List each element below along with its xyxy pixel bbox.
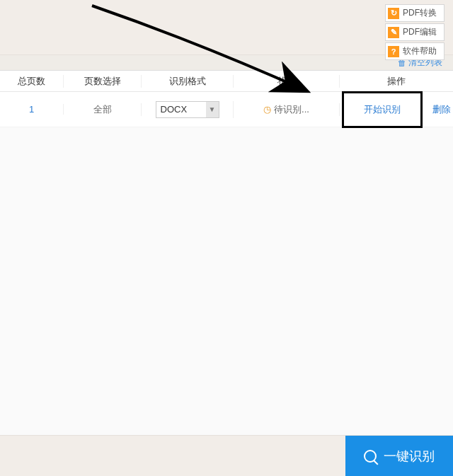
pdf-convert-label: PDF转换 [403,7,437,19]
pdf-edit-icon: ✎ [388,27,399,38]
header-operation: 操作 [340,75,453,88]
format-dropdown[interactable]: DOCX ▼ [156,101,219,118]
primary-button-label: 一键识别 [384,448,435,465]
cell-format: DOCX ▼ [142,101,234,118]
table-header: 总页数 页数选择 识别格式 状态 操作 [0,71,453,92]
table-row: 1 全部 DOCX ▼ ◷ 待识别... 开始识别 删除 [0,92,453,127]
clock-icon: ◷ [263,104,271,115]
cell-total-pages: 1 [0,104,64,115]
header-page-select: 页数选择 [64,75,142,88]
top-button-group: ↻ PDF转换 ✎ PDF编辑 ? 软件帮助 [385,4,445,60]
header-status: 状态 [234,75,340,88]
cell-page-select[interactable]: 全部 [64,103,142,116]
pdf-edit-label: PDF编辑 [403,26,437,38]
status-text: 待识别... [274,103,309,116]
help-icon: ? [388,46,399,57]
chevron-down-icon: ▼ [206,102,219,117]
search-icon [364,450,377,463]
footer-bar: 一键识别 [0,435,453,476]
cell-status: ◷ 待识别... [234,103,340,116]
pdf-convert-icon: ↻ [388,8,399,19]
empty-area [0,127,453,435]
pdf-convert-button[interactable]: ↻ PDF转换 [385,4,445,22]
header-format: 识别格式 [142,75,234,88]
software-help-button[interactable]: ? 软件帮助 [385,42,445,60]
software-help-label: 软件帮助 [403,45,437,57]
header-area: ↻ PDF转换 ✎ PDF编辑 ? 软件帮助 [0,0,453,55]
format-value: DOCX [161,104,188,115]
header-total-pages: 总页数 [0,75,64,88]
cell-operation: 开始识别 删除 [340,91,453,128]
one-click-recognize-button[interactable]: 一键识别 [345,436,453,477]
pdf-edit-button[interactable]: ✎ PDF编辑 [385,23,445,41]
start-recognize-button[interactable]: 开始识别 [342,91,423,128]
delete-link[interactable]: 删除 [432,103,451,116]
